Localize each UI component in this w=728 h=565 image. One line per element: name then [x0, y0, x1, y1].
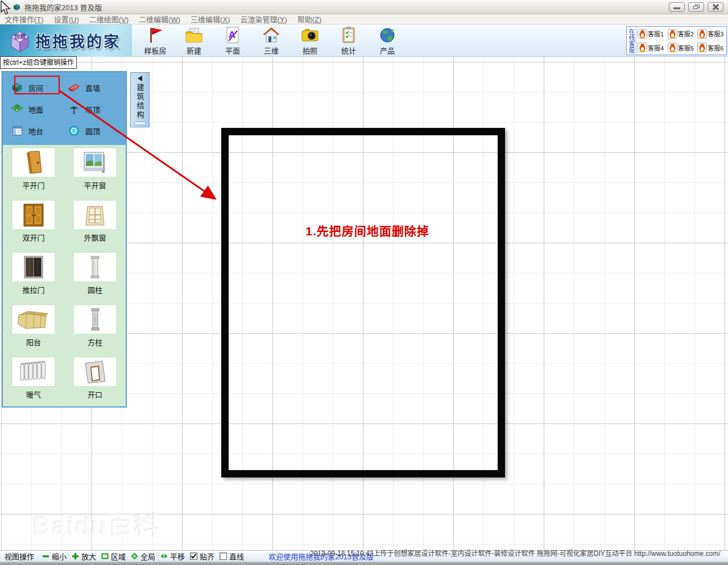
zoom-out-icon: [42, 552, 49, 560]
region-zoom-button[interactable]: 区域: [101, 551, 126, 562]
close-button[interactable]: [708, 2, 723, 12]
main-toolbar: 样板房 新建 A 平面: [132, 24, 626, 57]
online-service-title: 在线客服: [627, 27, 636, 55]
palette-double-door[interactable]: 双开门: [3, 201, 64, 253]
toolbar-products[interactable]: 产品: [371, 24, 404, 56]
palette-bay-window[interactable]: 外飘窗: [64, 201, 126, 253]
service-agent-5[interactable]: 客服5: [667, 41, 697, 55]
line-toggle[interactable]: 直线: [220, 551, 244, 562]
service-agent-2[interactable]: 客服2: [667, 27, 697, 41]
house-icon: [262, 26, 281, 44]
zoom-in-button[interactable]: 放大: [72, 551, 96, 562]
tool-platform[interactable]: 地台: [11, 120, 68, 142]
menu-settings[interactable]: 设置(U): [54, 14, 79, 24]
online-service-panel: 在线客服 客服1 客服2 客服3 客服4 客服5: [626, 26, 727, 55]
app-icon: [13, 3, 21, 11]
sliding-door-icon: [15, 255, 52, 280]
check-icon: [191, 552, 197, 560]
menu-cloud-render[interactable]: 云渲染管理(Y): [240, 14, 287, 24]
title-bar: 拖拖我的家2013 普及版: [0, 0, 728, 14]
qq-icon: [668, 29, 677, 39]
bay-window-icon: [77, 202, 113, 227]
menu-help[interactable]: 帮助(Z): [297, 14, 322, 24]
dome-icon: [68, 125, 80, 136]
pan-icon: [160, 552, 168, 560]
toolbar-plan[interactable]: A 平面: [216, 24, 249, 56]
tab-grip: [134, 122, 146, 125]
tool-ceiling[interactable]: 吊顶: [68, 98, 125, 120]
region-icon: [101, 552, 109, 560]
app-logo: 创想 拖拖我的家: [0, 24, 132, 57]
platform-icon: [11, 125, 23, 136]
building-structure-label: 建筑结构: [135, 84, 146, 122]
globe-icon: [378, 26, 397, 44]
toolbar-photo[interactable]: 拍照: [293, 24, 326, 56]
minimize-button[interactable]: [669, 2, 685, 12]
swing-door-icon: [15, 150, 52, 175]
toolbar-3d[interactable]: 三维: [255, 24, 288, 56]
snap-toggle[interactable]: 贴齐: [190, 551, 214, 562]
palette-balcony[interactable]: 阳台: [3, 305, 64, 358]
room-outline[interactable]: [221, 128, 505, 477]
menu-3d-edit[interactable]: 三维编辑(X): [191, 14, 230, 24]
logo-cube-icon: 创想: [7, 28, 33, 54]
left-panel: 房间 直墙 地面: [2, 71, 127, 408]
wall-icon: [68, 82, 80, 93]
snap-checkbox-checked[interactable]: [190, 552, 197, 560]
palette-square-column[interactable]: 方柱: [64, 305, 126, 358]
plan-page-icon: A: [223, 26, 242, 44]
palette-sliding-door[interactable]: 推拉门: [3, 253, 64, 305]
zoom-out-button[interactable]: 缩小: [42, 551, 67, 562]
qq-icon: [638, 43, 647, 52]
tool-straight-wall[interactable]: 直墙: [68, 77, 125, 98]
top-band: 创想 拖拖我的家 样板房 新建: [0, 24, 728, 57]
palette-radiator[interactable]: 暖气: [3, 358, 64, 410]
svg-text:创想: 创想: [14, 33, 26, 40]
balcony-icon: [15, 307, 52, 332]
toolbar-sample-room[interactable]: 样板房: [139, 24, 172, 56]
ceiling-icon: [68, 103, 80, 115]
qq-icon: [638, 29, 647, 39]
toolbar-new[interactable]: 新建: [177, 24, 210, 56]
service-agent-6[interactable]: 客服6: [696, 41, 726, 55]
line-checkbox-unchecked[interactable]: [220, 552, 227, 560]
tool-dome[interactable]: 圆顶: [68, 120, 125, 142]
double-door-icon: [15, 202, 52, 227]
view-ops-label: 视图操作: [5, 551, 34, 562]
undo-tooltip: 按ctrl+z组合键撤销操作: [0, 56, 77, 69]
palette-swing-door[interactable]: 平开门: [3, 148, 64, 201]
menu-2d-edit[interactable]: 二维编辑(W): [139, 14, 180, 24]
component-palette: 平开门 平开窗: [3, 145, 126, 406]
radiator-icon: [15, 359, 52, 384]
mouse-cursor-icon: [1, 1, 12, 15]
service-agent-4[interactable]: 客服4: [636, 41, 667, 55]
restore-button[interactable]: [688, 2, 704, 12]
fit-all-button[interactable]: 全局: [131, 551, 155, 562]
palette-round-column[interactable]: 圆柱: [64, 253, 126, 305]
selected-tool-highlight: [14, 76, 60, 94]
baidu-watermark: Baidu百科: [33, 506, 160, 542]
pan-button[interactable]: 平移: [160, 551, 185, 562]
building-structure-tab[interactable]: 建筑结构: [130, 72, 150, 127]
service-agent-3[interactable]: 客服3: [696, 27, 726, 41]
flag-icon: [146, 26, 165, 44]
logo-title: 拖拖我的家: [35, 30, 121, 52]
app-window: 拖拖我的家2013 普及版 文件操作(T) 设置(U) 二维绘图(V) 二维编辑…: [0, 0, 728, 565]
window-title: 拖拖我的家2013 普及版: [24, 2, 102, 13]
camera-icon: [300, 26, 320, 44]
tool-floor[interactable]: 地面: [11, 98, 68, 120]
toolbar-stats[interactable]: 统计: [332, 24, 365, 56]
menu-2d-draw[interactable]: 二维绘图(V): [89, 14, 129, 24]
qq-icon: [668, 43, 677, 52]
global-icon: [131, 552, 138, 560]
round-column-icon: [77, 255, 113, 280]
svg-text:A: A: [229, 30, 235, 40]
service-agent-1[interactable]: 客服1: [636, 27, 667, 41]
collapse-left-icon: [138, 76, 142, 81]
opening-icon: [77, 359, 113, 384]
canvas-annotation: 1.先把房间地面删除掉: [248, 222, 487, 239]
qq-icon: [697, 43, 707, 52]
palette-casement-window[interactable]: 平开窗: [64, 148, 126, 201]
palette-opening[interactable]: 开口: [64, 358, 126, 410]
zoom-in-icon: [72, 552, 79, 560]
